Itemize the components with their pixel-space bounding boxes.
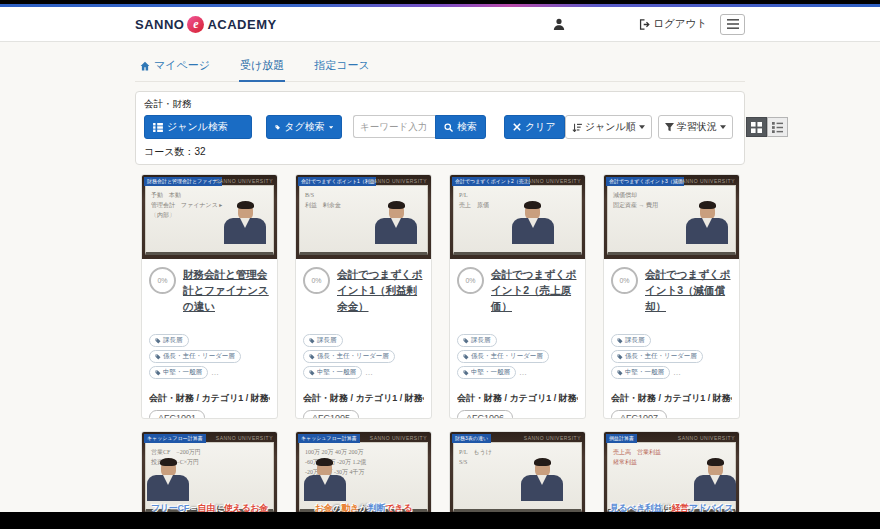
course-card-body: 0% 会計でつまずくポイント3（減価償却） 課長層係長・主任・リーダー層中堅・一… xyxy=(604,259,739,419)
course-title-link[interactable]: 会計でつまずくポイント3（減価償却） xyxy=(645,267,732,314)
course-category: 会計・財務 / カテゴリ1 / 財務会計 xyxy=(457,392,578,405)
tag-search-label: タグ検索 xyxy=(284,120,324,134)
search-icon xyxy=(444,123,453,132)
audience-tag-label: 課長層 xyxy=(317,336,337,345)
audience-tag: 課長層 xyxy=(611,334,651,347)
tab-mypage[interactable]: マイページ xyxy=(139,54,211,82)
logo[interactable]: SANNO e ACADEMY xyxy=(135,16,277,33)
tab-designated-course[interactable]: 指定コース xyxy=(313,54,371,82)
tab-all-you-can-take-label: 受け放題 xyxy=(240,58,284,73)
audience-tag-label: 中堅・一般層 xyxy=(471,368,510,377)
list-view-button[interactable] xyxy=(767,117,788,137)
grid-view-button[interactable] xyxy=(746,117,767,137)
audience-tag-label: 係長・主任・リーダー層 xyxy=(471,352,543,361)
thumbnail-caption: お金の動きが判断できる xyxy=(297,502,430,512)
right-controls: ジャンル順 学習状況 xyxy=(565,115,788,139)
course-card: 会計でつまずくポイント2（売上原価） SANNO UNIVERSITY P/L … xyxy=(449,174,586,419)
course-thumbnail[interactable]: 財務3表の違い SANNO UNIVERSITY P/L もうけ S/S xyxy=(450,432,585,512)
site-header: SANNO e ACADEMY ログアウト xyxy=(0,7,880,42)
course-card: キャッシュフロー計算書 SANNO UNIVERSITY 100万 20万 40… xyxy=(295,431,432,512)
close-icon xyxy=(513,123,521,131)
caption-segment: フリーCF xyxy=(151,503,189,512)
audience-tag: 中堅・一般層 xyxy=(303,366,362,379)
clear-button[interactable]: クリア xyxy=(504,115,565,139)
logout-link[interactable]: ログアウト xyxy=(639,17,707,31)
user-icon[interactable] xyxy=(553,18,565,30)
filter-panel: 会計・財務 ジャンル検索 タグ検索 xyxy=(135,91,745,165)
course-count-value: 32 xyxy=(194,146,205,157)
tag-search-button[interactable]: タグ検索 xyxy=(266,115,342,139)
learning-status-button[interactable]: 学習状況 xyxy=(658,115,733,139)
audience-tag: 課長層 xyxy=(303,334,343,347)
course-title-link[interactable]: 財務会計と管理会計とファイナンスの違い xyxy=(183,267,270,314)
progress-circle: 0% xyxy=(149,267,176,294)
sort-order-button[interactable]: ジャンル順 xyxy=(565,115,652,139)
caption-segment: できる xyxy=(385,503,412,512)
thumbnail-ribbon: キャッシュフロー計算書 xyxy=(144,434,206,443)
tag-icon xyxy=(463,370,469,376)
course-code-badge: AFC1006 xyxy=(457,410,513,419)
course-thumbnail[interactable]: 損益計算書 SANNO UNIVERSITY 売上高 営業利益 経常利益 見るべ… xyxy=(604,432,739,512)
grid-list-icon xyxy=(153,123,163,132)
audience-tag-label: 課長層 xyxy=(471,336,491,345)
tags-more: … xyxy=(673,368,681,377)
course-title-link[interactable]: 会計でつまずくポイント1（利益剰余金） xyxy=(337,267,424,314)
screenshot-root: SANNO e ACADEMY ログアウト xyxy=(0,0,880,529)
course-card: 財務3表の違い SANNO UNIVERSITY P/L もうけ S/S 0% … xyxy=(449,431,586,512)
tag-icon xyxy=(155,370,161,376)
course-thumbnail[interactable]: 会計でつまずくポイント3（減価償却） SANNO UNIVERSITY 減価償却… xyxy=(604,175,739,259)
search-button[interactable]: 検索 xyxy=(435,115,486,139)
course-code-badge: AFC1001 xyxy=(149,410,205,419)
audience-tags: 課長層係長・主任・リーダー層中堅・一般層… xyxy=(611,334,732,379)
audience-tag-label: 係長・主任・リーダー層 xyxy=(625,352,697,361)
selected-genre-label: 会計・財務 xyxy=(144,98,736,111)
tag-icon xyxy=(617,354,623,360)
course-thumbnail[interactable]: キャッシュフロー計算書 SANNO UNIVERSITY 営業CF −200万円… xyxy=(142,432,277,512)
logo-sanno-text: SANNO xyxy=(135,17,184,32)
main-content: マイページ 受け放題 指定コース 会計・財務 ジャンル検索 xyxy=(0,54,880,512)
audience-tag: 中堅・一般層 xyxy=(149,366,208,379)
sort-order-label: ジャンル順 xyxy=(585,120,636,134)
thumbnail-university-label: SANNO UNIVERSITY xyxy=(524,178,581,184)
tag-icon xyxy=(463,354,469,360)
instructor-figure xyxy=(374,203,418,259)
genre-search-button[interactable]: ジャンル検索 xyxy=(144,115,252,139)
audience-tag: 係長・主任・リーダー層 xyxy=(457,350,549,363)
course-category: 会計・財務 / カテゴリ1 / 財務会計… xyxy=(149,392,270,405)
keyword-search-group: 検索 xyxy=(353,115,486,139)
audience-tag: 係長・主任・リーダー層 xyxy=(149,350,241,363)
keyword-input[interactable] xyxy=(353,115,435,138)
caption-segment: 使えるお金 xyxy=(224,503,268,512)
course-title-link[interactable]: 会計でつまずくポイント2（売上原価） xyxy=(491,267,578,314)
grid-view-icon xyxy=(751,122,762,133)
home-icon xyxy=(140,61,150,71)
thumbnail-ribbon: 損益計算書 xyxy=(606,434,637,443)
tab-all-you-can-take[interactable]: 受け放題 xyxy=(239,54,285,82)
course-category: 会計・財務 / カテゴリ1 / 財務会計 xyxy=(611,392,732,405)
tab-designated-course-label: 指定コース xyxy=(314,58,370,73)
thumbnail-ribbon: 会計でつまずくポイント3（減価償却） xyxy=(606,177,684,186)
audience-tag-label: 中堅・一般層 xyxy=(163,368,202,377)
progress-circle: 0% xyxy=(611,267,638,294)
instructor-figure xyxy=(685,203,729,259)
funnel-icon xyxy=(665,123,674,132)
tags-more: … xyxy=(519,368,527,377)
course-thumbnail[interactable]: キャッシュフロー計算書 SANNO UNIVERSITY 100万 20万 40… xyxy=(296,432,431,512)
course-thumbnail[interactable]: 会計でつまずくポイント2（売上原価） SANNO UNIVERSITY P/L … xyxy=(450,175,585,259)
course-thumbnail[interactable]: 会計でつまずくポイント1（利益剰余金） SANNO UNIVERSITY B/S… xyxy=(296,175,431,259)
caption-segment: ＝ xyxy=(189,503,198,512)
course-code-badge: AFC1007 xyxy=(611,410,667,419)
caption-segment: 見るべき利益 xyxy=(610,503,663,512)
thumbnail-university-label: SANNO UNIVERSITY xyxy=(370,435,427,441)
hamburger-menu-button[interactable] xyxy=(720,14,745,35)
audience-tag-label: 課長層 xyxy=(625,336,645,345)
thumbnail-university-label: SANNO UNIVERSITY xyxy=(370,178,427,184)
tag-icon xyxy=(155,354,161,360)
tag-icon xyxy=(309,370,315,376)
course-thumbnail[interactable]: 財務会計と管理会計とファイナンスの違い SANNO UNIVERSITY 予動 … xyxy=(142,175,277,259)
thumbnail-university-label: SANNO UNIVERSITY xyxy=(216,178,273,184)
tag-icon xyxy=(617,370,623,376)
course-category: 会計・財務 / カテゴリ1 / 財務会計 xyxy=(303,392,424,405)
letterbox-bottom xyxy=(0,512,880,529)
thumbnail-ribbon: 会計でつまずくポイント1（利益剰余金） xyxy=(298,177,376,186)
